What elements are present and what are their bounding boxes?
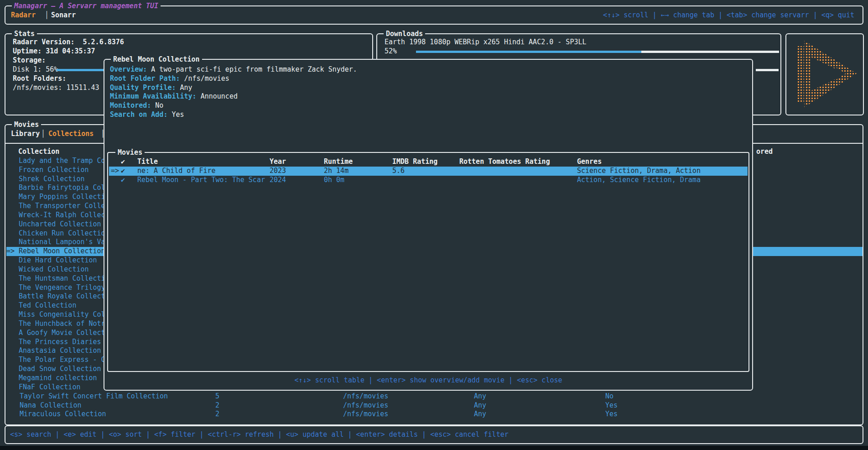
logo-block (785, 33, 864, 115)
monitored-column-header-fragment: ored (756, 147, 773, 157)
movie-runtime: 2h 14m (324, 167, 348, 176)
download-progress-fill (416, 51, 641, 53)
movie-year: 2024 (270, 176, 286, 185)
collection-name: Anastasia Collection (19, 346, 101, 355)
search-on-add: Yes (605, 410, 618, 419)
quality-profile: Any (474, 401, 486, 410)
tab-library[interactable]: Library (11, 130, 40, 139)
field-value: /nfs/movies (180, 74, 229, 83)
header-block: Managarr – A Servarr management TUI Rada… (5, 5, 863, 25)
field-value: A two-part sci-fi epic from filmmaker Za… (147, 65, 357, 73)
collection-name: The Huntsman Collecti (19, 274, 105, 283)
collection-name: The Hunchback of Notr (19, 319, 105, 328)
tab-sonarr[interactable]: Sonarr (51, 11, 76, 20)
number-of-movies: 2 (215, 410, 219, 419)
footer-keybindings: <s> search | <e> edit | <o> sort | <f> f… (10, 430, 509, 440)
uptime: Uptime: 31d 04:35:37 (13, 47, 95, 56)
tab-radarr[interactable]: Radarr (11, 11, 36, 20)
year-header: Year (270, 157, 286, 167)
modal-movies-title: Movies (115, 148, 145, 157)
collection-name: Die Hard Collection (19, 256, 97, 264)
collection-name: Chicken Run Collectio (19, 229, 105, 237)
collections-visible-rows: Taylor Swift Concert Film Collection 5 /… (6, 392, 863, 419)
root-folder-path: /nfs/movies (343, 401, 388, 410)
collection-name: Barbie Fairytopia Col (19, 183, 105, 192)
selection-marker: => (111, 167, 119, 176)
monitored-check-header: ✔ (121, 157, 125, 167)
field-label: Quality Profile: (110, 84, 176, 92)
collection-field: Search on Add: Yes (110, 110, 357, 120)
tab-separator: │ (45, 11, 49, 20)
collection-name: The Vengeance Trilogy (19, 283, 105, 292)
collection-name: The Transporter Colle (19, 202, 105, 210)
collection-fields: Overview: A two-part sci-fi epic from fi… (110, 65, 357, 120)
collection-row[interactable]: Miraculous Collection 2 /nfs/movies Any … (6, 410, 863, 419)
field-label: Root Folder Path: (110, 74, 180, 83)
collection-name: Ted Collection (19, 301, 76, 309)
collection-name: National Lampoon's Va (19, 238, 105, 246)
field-value: Yes (167, 110, 184, 119)
radarr-version: Radarr Version: 5.2.6.8376 (13, 38, 124, 47)
collection-details-modal: Rebel Moon Collection Overview: A two-pa… (104, 59, 753, 391)
field-label: Overview: (110, 65, 147, 73)
field-label: Search on Add: (110, 110, 167, 119)
number-of-movies: 5 (215, 392, 219, 401)
movie-genres: Science Fiction, Drama, Action (577, 167, 701, 176)
movie-row[interactable]: => ✔ ne: A Child of Fire 2023 2h 14m 5.6… (109, 167, 748, 176)
collection-field: Minimum Availability: Announced (110, 92, 357, 101)
movie-title: Rebel Moon - Part Two: The Scar (137, 176, 265, 185)
collection-name: Wreck-It Ralph Collec (19, 211, 105, 219)
movies-panel-title: Movies (12, 120, 41, 129)
storage-label: Storage: (13, 56, 46, 65)
download-item-name: Earth 1998 1080p WEBRip x265 Hindi AAC2.… (385, 38, 587, 47)
collection-field: Quality Profile: Any (110, 84, 357, 93)
collection-name: Miss Congeniality Col (19, 310, 105, 319)
terminal-strip (0, 446, 868, 450)
search-on-add: No (605, 392, 613, 401)
collection-name: Lady and the Tramp Co (19, 157, 105, 165)
field-label: Minimum Availability: (110, 92, 197, 100)
movie-year: 2023 (270, 167, 286, 176)
collection-field: Overview: A two-part sci-fi epic from fi… (110, 65, 357, 74)
number-of-movies: 2 (215, 401, 219, 410)
collection-name: A Goofy Movie Collect (19, 329, 105, 337)
app-title: Managarr – A Servarr management TUI (12, 1, 161, 10)
collection-name: The Polar Express - C (19, 356, 105, 364)
collection-name: Megamind collection (19, 374, 97, 382)
genres-header: Genres (577, 157, 602, 167)
collection-name: Rebel Moon Collection (19, 247, 105, 255)
collection-name: Taylor Swift Concert Film Collection (20, 392, 168, 401)
collection-name: Nana Collection (20, 401, 81, 410)
runtime-header: Runtime (324, 157, 353, 167)
disk-usage-label: Disk 1: 56% (13, 65, 58, 74)
movie-title: ne: A Child of Fire (137, 167, 216, 176)
managarr-app: Managarr – A Servarr management TUI Rada… (0, 0, 868, 450)
root-folders-label: Root Folders: (13, 74, 66, 84)
selection-marker: => (6, 247, 19, 256)
collection-row[interactable]: Nana Collection 2 /nfs/movies Any Yes (6, 401, 863, 410)
root-folder-path: /nfs/movies (343, 410, 388, 419)
collection-name: Mary Poppins Collecti (19, 193, 105, 201)
quality-profile: Any (474, 410, 486, 419)
modal-keybindings: <↑↓> scroll table | <enter> show overvie… (104, 376, 752, 385)
downloads-title: Downloads (384, 29, 425, 38)
collection-row[interactable]: Taylor Swift Concert Film Collection 5 /… (6, 392, 863, 401)
collection-name: Shrek Collection (19, 175, 85, 183)
collection-name: Battle Royale Collect (19, 292, 105, 300)
field-label: Monitored: (110, 101, 151, 110)
root-folder-path: /nfs/movies (343, 392, 388, 401)
collection-name: The Princess Diaries (19, 338, 101, 346)
collection-name: Dead Snow Collection (19, 365, 101, 373)
tab-collections[interactable]: Collections (48, 130, 94, 139)
movies-table-header: ✔ Title Year Runtime IMDB Rating Rotten … (109, 157, 748, 167)
movie-imdb-rating: 5.6 (392, 167, 405, 176)
collection-name: Wicked Collection (19, 265, 89, 273)
collection-name: Frozen Collection (19, 166, 89, 174)
collection-field: Monitored: No (110, 101, 357, 110)
movie-row[interactable]: ✔ Rebel Moon - Part Two: The Scar 2024 0… (109, 176, 748, 185)
collection-field: Root Folder Path: /nfs/movies (110, 74, 357, 84)
movie-runtime: 0h 0m (324, 176, 344, 185)
field-value: No (151, 101, 163, 110)
quality-profile: Any (474, 392, 486, 401)
title-header: Title (137, 157, 158, 167)
